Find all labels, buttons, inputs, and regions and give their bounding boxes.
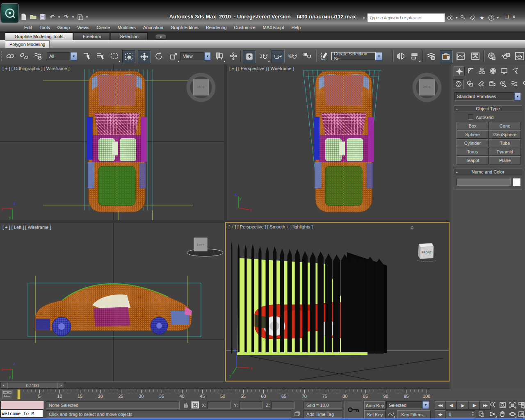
menu-help[interactable]: Help bbox=[288, 25, 305, 30]
maxscript-listener-pink[interactable] bbox=[0, 401, 44, 409]
add-time-tag-field[interactable]: Add Time Tag bbox=[304, 410, 342, 418]
curve-editor-button[interactable] bbox=[454, 50, 467, 62]
y-coordinate-field[interactable] bbox=[240, 401, 262, 409]
combo-arrow-icon[interactable]: ▼ bbox=[422, 401, 429, 409]
time-marker[interactable] bbox=[17, 389, 21, 399]
graphite-modeling-toggle[interactable] bbox=[440, 50, 453, 63]
ribbon-tab-graphite[interactable]: Graphite Modeling Tools bbox=[5, 32, 73, 41]
fetch-button[interactable] bbox=[76, 13, 84, 21]
key-filters-button[interactable]: Key Filters... bbox=[397, 410, 431, 419]
track-bar[interactable]: 0510152025303540455055606570758085909510… bbox=[0, 389, 525, 400]
tab-modify[interactable] bbox=[466, 66, 476, 75]
time-configuration-button[interactable] bbox=[477, 410, 486, 418]
viewcube-top-right[interactable]: TOP bbox=[414, 75, 440, 100]
unlink-selection-button[interactable] bbox=[18, 50, 30, 62]
schematic-view-button[interactable] bbox=[469, 50, 482, 62]
auto-key-button[interactable]: Auto Key bbox=[364, 401, 386, 410]
favorites-button[interactable]: ★ bbox=[478, 14, 486, 22]
viewport-perspective-wireframe[interactable]: TOP y z x [ + ] [ Perspective ] [ Wirefr… bbox=[227, 64, 450, 220]
maxscript-listener-white[interactable]: Welcome to M bbox=[0, 409, 43, 418]
viewcube-top-left[interactable]: TOP bbox=[188, 75, 214, 100]
menu-views[interactable]: Views bbox=[73, 25, 93, 30]
combo-arrow-icon[interactable]: ▼ bbox=[514, 92, 521, 100]
reference-coordinate-combo[interactable]: View ▼ bbox=[180, 52, 211, 60]
key-mode-toggle[interactable]: ◀▶ bbox=[435, 410, 445, 419]
help-button[interactable]: ? bbox=[488, 14, 495, 22]
redo-button[interactable]: ↷ bbox=[62, 13, 70, 21]
x-coordinate-field[interactable] bbox=[208, 401, 231, 409]
search-input[interactable] bbox=[367, 13, 445, 22]
restore-button[interactable]: ❒ bbox=[505, 14, 509, 20]
create-torus-button[interactable]: Torus bbox=[457, 148, 488, 156]
menu-modifiers[interactable]: Modifiers bbox=[114, 25, 139, 30]
rectangular-selection-region-button[interactable] bbox=[108, 50, 121, 62]
edit-named-selection-sets-button[interactable]: ABC bbox=[317, 50, 330, 62]
viewcube-home-icon[interactable]: ⌂ bbox=[411, 224, 413, 230]
key-selection-combo[interactable]: Selected ▼ bbox=[386, 401, 429, 409]
close-button[interactable]: × bbox=[512, 14, 515, 20]
ribbon-minimize-toggle[interactable]: ▾ bbox=[155, 34, 167, 40]
named-selection-set-combo[interactable]: Create Selection Se ▼ bbox=[331, 52, 382, 60]
time-slider-handle[interactable]: 0 / 100 bbox=[7, 383, 57, 388]
create-pyramid-button[interactable]: Pyramid bbox=[489, 148, 521, 156]
viewport-label-orthographic[interactable]: [ + ] [ Orthographic ] [ Wireframe ] bbox=[2, 66, 70, 71]
menu-edit[interactable]: Edit bbox=[21, 25, 36, 30]
create-tube-button[interactable]: Tube bbox=[489, 139, 521, 147]
menu-create[interactable]: Create bbox=[93, 25, 114, 30]
select-and-rotate-button[interactable] bbox=[153, 50, 165, 62]
viewcube-front[interactable]: FRONT bbox=[417, 243, 436, 262]
autogrid-checkbox[interactable] bbox=[468, 114, 473, 120]
set-keys-button[interactable] bbox=[345, 401, 363, 419]
polygon-modeling-panel[interactable]: Polygon Modeling bbox=[5, 40, 50, 48]
previous-frame-button[interactable]: ◀▮ bbox=[446, 401, 457, 410]
pan-button[interactable] bbox=[498, 410, 507, 418]
tab-display[interactable] bbox=[499, 66, 509, 75]
tab-utilities[interactable] bbox=[510, 66, 520, 75]
select-object-button[interactable] bbox=[80, 50, 93, 62]
next-frame-button[interactable]: ▮▶ bbox=[469, 401, 479, 410]
viewport-label-left[interactable]: [ + ] [ Left ] [ Wireframe ] bbox=[2, 225, 51, 230]
undo-dropdown-arrow[interactable]: ▾ bbox=[57, 13, 61, 21]
zoom-extents-button[interactable] bbox=[508, 401, 517, 409]
field-of-view-button[interactable] bbox=[488, 410, 497, 418]
tab-create[interactable] bbox=[454, 66, 465, 76]
mirror-button[interactable] bbox=[395, 50, 407, 62]
ribbon-tab-selection[interactable]: Selection bbox=[111, 32, 148, 41]
black-slats[interactable] bbox=[231, 241, 383, 354]
object-type-rollout-header[interactable]: - Object Type bbox=[454, 105, 522, 112]
percent-snap-toggle[interactable]: % bbox=[286, 50, 299, 62]
create-geosphere-button[interactable]: GeoSphere bbox=[489, 130, 521, 139]
minimize-button[interactable]: – bbox=[499, 14, 502, 20]
tab-hierarchy[interactable] bbox=[477, 66, 487, 75]
object-name-field[interactable] bbox=[457, 178, 511, 186]
subtab-helpers[interactable] bbox=[498, 79, 508, 88]
menu-tools[interactable]: Tools bbox=[36, 25, 54, 30]
create-plane-button[interactable]: Plane bbox=[489, 156, 521, 164]
time-slider-track[interactable]: < 0 / 100 > bbox=[0, 381, 450, 389]
material-editor-button[interactable] bbox=[486, 50, 498, 62]
viewport-left[interactable]: LEFT x z y [ + ] [ Left ] [ Wireframe ] bbox=[0, 223, 224, 381]
z-coordinate-field[interactable] bbox=[272, 401, 294, 409]
application-menu-button[interactable] bbox=[1, 3, 19, 23]
name-color-rollout-header[interactable]: - Name and Color bbox=[454, 169, 522, 175]
open-mini-curve-editor-button[interactable] bbox=[2, 390, 13, 399]
qat-dropdown-arrow[interactable]: ▾ bbox=[85, 13, 89, 21]
bind-to-space-warp-button[interactable] bbox=[32, 50, 44, 62]
select-and-scale-button[interactable] bbox=[167, 50, 180, 62]
use-pivot-point-center-button[interactable] bbox=[213, 50, 226, 62]
save-file-button[interactable] bbox=[39, 13, 47, 21]
subtab-spacewarps[interactable] bbox=[509, 79, 519, 88]
viewport-label-perspective-shaded[interactable]: [ + ] [ Perspective ] [ Smooth + Highlig… bbox=[228, 224, 313, 229]
default-in-out-tangents-button[interactable] bbox=[386, 410, 395, 418]
subtab-lights[interactable] bbox=[476, 79, 486, 88]
isolate-selection-button[interactable] bbox=[293, 410, 301, 418]
select-by-name-button[interactable] bbox=[94, 50, 107, 62]
selection-lock-toggle[interactable] bbox=[182, 401, 189, 409]
frame-spinner[interactable]: ▲▼ bbox=[471, 411, 475, 417]
subtab-geometry[interactable] bbox=[453, 79, 464, 89]
object-color-swatch[interactable] bbox=[513, 178, 521, 186]
absolute-offset-toggle[interactable] bbox=[191, 401, 199, 409]
subtab-cameras[interactable] bbox=[487, 79, 497, 88]
toolbar-grip[interactable] bbox=[1, 51, 3, 61]
menu-group[interactable]: Group bbox=[54, 25, 74, 30]
